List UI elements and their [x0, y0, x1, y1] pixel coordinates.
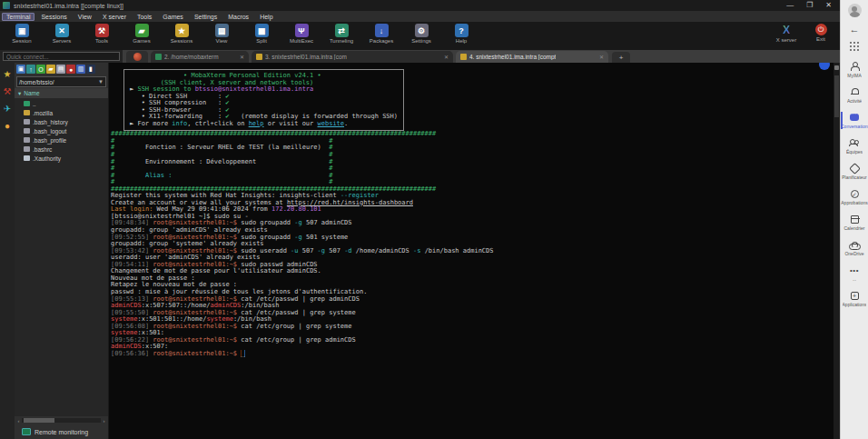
scroll-left-icon[interactable]: ‹: [15, 418, 22, 424]
session-label: Session: [12, 38, 31, 44]
left-icon-strip: ★⚒✈●: [0, 63, 15, 439]
refresh-icon[interactable]: O: [36, 65, 45, 74]
file-row-bashrc[interactable]: .bashrc: [15, 145, 108, 154]
notification-dot[interactable]: ●: [2, 120, 13, 131]
waffle-menu-icon[interactable]: [850, 42, 860, 52]
home-tab[interactable]: [126, 51, 148, 63]
floating-blue-button[interactable]: [819, 63, 830, 70]
file-row-mozilla[interactable]: .mozilla: [15, 108, 108, 117]
tunneling-label: Tunneling: [330, 38, 353, 44]
onedrive-label: OneDrive: [844, 251, 863, 256]
teams-item-conversations[interactable]: Conversations: [841, 112, 868, 129]
new-file-icon[interactable]: ▤: [56, 65, 65, 74]
view-button[interactable]: ▤View: [202, 24, 242, 44]
sessions-star-icon[interactable]: ★: [2, 68, 13, 79]
go-up-icon[interactable]: ↑: [26, 65, 35, 74]
macros-plane-icon[interactable]: ✈: [2, 103, 13, 114]
terminal-lines: ########################################…: [111, 131, 833, 357]
terminal-scrollbar[interactable]: [833, 63, 840, 439]
minimize-button[interactable]: —: [786, 0, 794, 11]
panel-icon[interactable]: ▮: [86, 65, 95, 74]
sessions-button[interactable]: ★Sessions: [162, 24, 202, 44]
settings-button[interactable]: ⚙Settings: [401, 24, 441, 44]
games-label: Games: [133, 38, 150, 44]
scrollbar-thumb[interactable]: [24, 418, 54, 423]
desktop-icon[interactable]: ▣: [16, 65, 25, 74]
file-row-bash_profile[interactable]: .bash_profile: [15, 135, 108, 145]
close-button[interactable]: ✕: [825, 0, 832, 11]
terminal[interactable]: • MobaXterm Personal Edition v24.1 • (SS…: [109, 63, 833, 439]
teams-item-approvals[interactable]: ✓Approbations: [841, 188, 868, 205]
menu-sessions[interactable]: Sessions: [36, 13, 71, 21]
maximize-button[interactable]: ❐: [806, 0, 813, 11]
tab-close-icon[interactable]: ✕: [444, 54, 449, 60]
teams-item-calendar[interactable]: Calendrier: [841, 214, 868, 231]
session-tab-3[interactable]: 3. snixtestrhel01.ima.intra [com✕: [252, 51, 453, 63]
teams-item-onedrive[interactable]: OneDrive: [841, 239, 868, 256]
teams-item-myima[interactable]: MyIMA: [841, 61, 868, 78]
session-tab-4[interactable]: 4. snixtestrhel01.ima.intra [compt✕: [456, 51, 608, 63]
scroll-right-icon[interactable]: ›: [101, 418, 107, 424]
window-title: snixtestrhel01.ima.intra [[compte linux]…: [14, 3, 123, 9]
servers-button[interactable]: ✕Servers: [42, 24, 82, 44]
session-tab-2[interactable]: 2. /home/mobaxterm✕: [151, 51, 249, 63]
session-button[interactable]: ▣Session: [2, 24, 42, 44]
teams-item-planner[interactable]: Planificateur: [841, 163, 868, 180]
teams-item-more[interactable]: •••...: [841, 264, 868, 282]
apps-label: Applications: [843, 302, 867, 307]
new-tab-button[interactable]: +: [612, 52, 630, 63]
teams-item-activity[interactable]: Activité: [841, 86, 868, 104]
path-dropdown[interactable]: /home/btssio/ ▼: [16, 76, 106, 87]
teams-items: MyIMAActivitéConversationsÉquipesPlanifi…: [841, 61, 868, 315]
tab-close-icon[interactable]: ✕: [599, 54, 604, 60]
menu-view[interactable]: View: [74, 13, 96, 21]
menu-macros[interactable]: Macros: [223, 13, 253, 21]
file-row--[interactable]: ..: [15, 99, 108, 108]
file-row-bash_history[interactable]: .bash_history: [15, 117, 108, 126]
teams-sidebar: ← MyIMAActivitéConversationsÉquipesPlani…: [840, 0, 868, 439]
menu-games[interactable]: Games: [158, 13, 188, 21]
tools-icon[interactable]: ⚒: [2, 85, 13, 96]
menu-terminal[interactable]: Terminal: [2, 13, 35, 21]
menu-x-server[interactable]: X server: [98, 13, 131, 21]
tab-label: 3. snixtestrhel01.ima.intra [com: [265, 54, 347, 60]
new-folder-icon[interactable]: ▰: [46, 65, 55, 74]
exit-button[interactable]: ⏻ Exit: [804, 24, 838, 42]
menu-help[interactable]: Help: [255, 13, 277, 21]
file-row-bash_logout[interactable]: .bash_logout: [15, 126, 108, 135]
quick-connect-input[interactable]: [3, 52, 120, 61]
teams-item-teams[interactable]: Équipes: [841, 137, 868, 155]
file-name: ..: [33, 101, 36, 107]
tools-icon: ⚒: [95, 24, 109, 37]
teams-label: Équipes: [846, 149, 863, 155]
menu-settings[interactable]: Settings: [190, 13, 222, 21]
x-server-button[interactable]: X X server: [769, 24, 804, 43]
file-name: .bash_history: [33, 119, 68, 125]
tree-header[interactable]: ▾ Name: [15, 88, 108, 98]
conversations-icon: [850, 112, 859, 123]
quick-connect-wrap: [0, 50, 123, 63]
avatar[interactable]: [848, 4, 862, 17]
document-icon[interactable]: ▥: [76, 65, 85, 74]
motd-banner-box: • MobaXterm Personal Edition v24.1 • (SS…: [123, 69, 404, 131]
settings-icon: ⚙: [415, 24, 429, 37]
packages-button[interactable]: ↓Packages: [361, 24, 401, 44]
back-arrow-icon[interactable]: ←: [850, 25, 860, 35]
split-button[interactable]: ▦Split: [242, 24, 281, 44]
tab-close-icon[interactable]: ✕: [240, 54, 244, 60]
file-name: .Xauthority: [33, 155, 61, 162]
tunneling-button[interactable]: ⇄Tunneling: [321, 24, 361, 44]
stop-icon[interactable]: ●: [66, 65, 75, 74]
teams-item-apps[interactable]: +Applications: [841, 290, 868, 307]
terminal-scrollbar-thumb[interactable]: [834, 75, 839, 117]
multiexec-button[interactable]: ΨMultiExec: [281, 24, 321, 44]
file-name: .bashrc: [33, 146, 52, 153]
file-row-Xauthority[interactable]: .Xauthority: [15, 154, 108, 163]
games-button[interactable]: ▰Games: [122, 24, 162, 44]
horizontal-scrollbar[interactable]: ‹ ›: [15, 416, 108, 424]
tools-button[interactable]: ⚒Tools: [82, 24, 122, 44]
remote-monitoring-button[interactable]: Remote monitoring: [15, 424, 108, 439]
multiexec-label: MultiExec: [290, 38, 313, 44]
menu-tools[interactable]: Tools: [133, 13, 156, 21]
help-button[interactable]: ?Help: [441, 24, 481, 44]
